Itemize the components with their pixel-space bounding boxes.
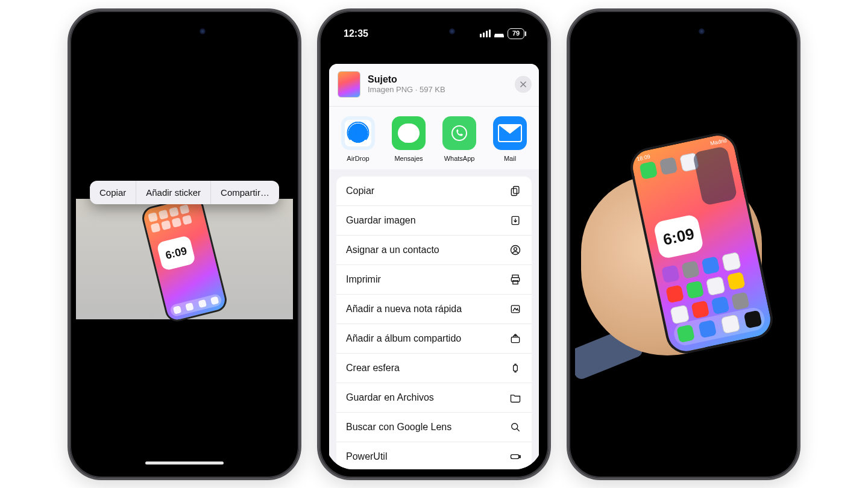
print-icon [509,273,522,286]
dynamic-island [648,23,719,41]
share-action-quick-note[interactable]: Añadir a nueva nota rápida [336,295,532,324]
share-action-shared-album[interactable]: Añadir a álbum compartido [336,324,532,354]
share-action-label: Asignar a un contacto [346,245,439,255]
context-menu-add-sticker[interactable]: Añadir sticker [136,181,210,204]
home-indicator[interactable] [145,461,224,465]
share-app-label: Mail [504,155,516,162]
share-action-copy[interactable]: Copiar [336,177,532,206]
context-menu-copy[interactable]: Copiar [90,181,136,204]
cellular-icon [480,30,491,37]
share-action-label: Añadir a nueva nota rápida [346,304,462,314]
share-action-search[interactable]: Buscar con Google Lens [336,413,532,442]
share-title: Sujeto [368,74,508,85]
battery-icon [509,450,522,463]
share-app-whatsapp[interactable]: WhatsApp [437,116,482,162]
share-action-label: Crear esfera [346,363,400,374]
share-subtitle: Imagen PNG · 597 KB [368,85,508,94]
weather-widget [692,145,737,205]
close-button[interactable] [515,76,532,93]
svg-point-6 [514,247,517,250]
share-thumbnail [338,71,360,98]
dynamic-island [149,23,220,41]
svg-rect-9 [513,280,518,284]
save-image-icon [509,214,522,227]
context-menu-share[interactable]: Compartir… [210,181,279,204]
share-action-label: Guardar imagen [346,215,416,226]
phone-frame-right: 18:09 Madrid 6:09 [567,8,800,480]
share-action-label: Añadir a álbum compartido [346,333,461,344]
share-action-watch-face[interactable]: Crear esfera [336,354,532,383]
phone-frame-center: 12:35 79 Sujeto Imagen PNG · 597 KB [317,8,551,480]
screen-center: 12:35 79 Sujeto Imagen PNG · 597 KB [326,18,542,469]
share-action-save-image[interactable]: Guardar imagen [336,206,532,236]
context-menu: Copiar Añadir sticker Compartir… [90,181,279,204]
contact-icon [509,243,522,257]
mail-icon [493,116,527,150]
screen-left: 6:09 Copiar Añadir sticker Compartir… [76,18,293,469]
share-app-label: WhatsApp [444,155,475,162]
share-sheet: Sujeto Imagen PNG · 597 KB AirDrop [329,64,539,469]
subject-cutout[interactable]: 6:09 [140,194,229,324]
clock-widget-small: 6:09 [156,234,196,271]
watch-face-icon [509,361,522,375]
wifi-icon [494,30,504,37]
svg-rect-13 [514,365,518,371]
share-actions-list[interactable]: CopiarGuardar imagenAsignar a un contact… [336,177,532,469]
copy-icon [509,184,522,198]
svg-point-1 [452,126,467,140]
search-icon [509,421,522,434]
canvas: 6:09 Copiar Añadir sticker Compartir… 12… [0,0,868,488]
battery-icon: 79 [508,28,524,39]
phone-frame-left: 6:09 Copiar Añadir sticker Compartir… [68,8,301,480]
screen-right: 18:09 Madrid 6:09 [575,18,792,469]
status-bar: 12:35 79 [326,27,542,41]
quick-note-icon [509,302,522,316]
airdrop-icon [341,116,375,150]
share-action-folder[interactable]: Guardar en Archivos [336,383,532,413]
svg-rect-3 [511,188,517,195]
share-action-label: Imprimir [346,274,381,285]
share-app-mail[interactable]: Mail [488,116,532,162]
svg-rect-11 [511,337,519,342]
share-action-label: PowerUtil [346,451,387,462]
share-action-print[interactable]: Imprimir [336,265,532,295]
share-app-label: Mensajes [394,155,423,162]
share-action-label: Buscar con Google Lens [346,422,451,433]
share-apps-row: AirDrop Mensajes WhatsApp Mail [329,107,539,169]
svg-rect-16 [520,455,521,457]
whatsapp-icon [442,116,476,150]
svg-rect-15 [511,454,519,458]
messages-icon [392,116,426,150]
share-app-label: AirDrop [347,155,369,162]
share-sheet-header: Sujeto Imagen PNG · 597 KB [329,64,539,107]
close-icon [519,80,527,89]
share-app-airdrop[interactable]: AirDrop [336,116,380,162]
share-action-battery[interactable]: PowerUtil [336,442,532,469]
mini-status-time: 18:09 [637,153,651,161]
cutout-result: 18:09 Madrid 6:09 [575,18,792,469]
share-action-label: Guardar en Archivos [346,392,434,403]
share-action-label: Copiar [346,186,374,196]
svg-point-0 [355,130,361,136]
status-time: 12:35 [344,28,368,39]
photo-preview[interactable]: 6:09 [76,199,293,319]
mini-status-location: Madrid [709,137,727,146]
shared-album-icon [509,332,522,345]
share-action-contact[interactable]: Asignar a un contacto [336,236,532,265]
share-app-messages[interactable]: Mensajes [386,116,431,162]
svg-point-14 [512,423,518,429]
folder-icon [509,391,522,404]
svg-rect-2 [514,186,519,193]
clock-widget: 6:09 [653,213,704,259]
